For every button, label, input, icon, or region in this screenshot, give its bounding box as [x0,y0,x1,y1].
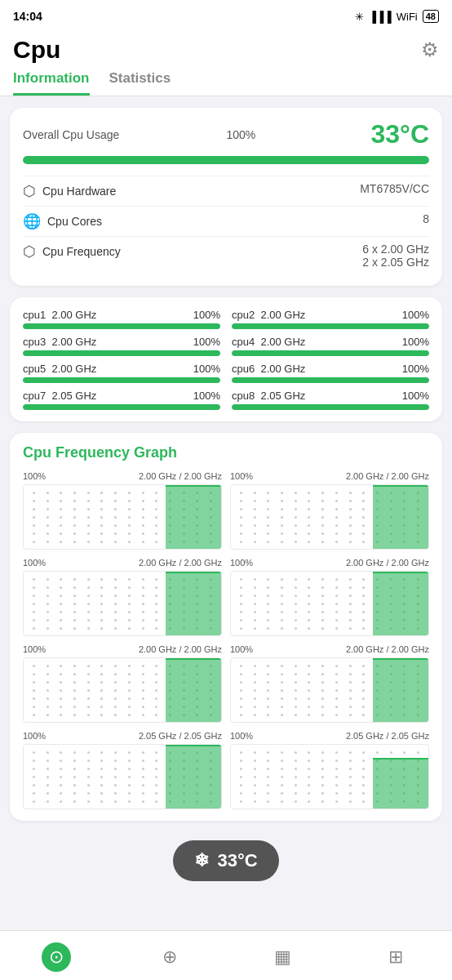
core-bar-bg [23,377,220,383]
chart-dot [308,627,310,630]
chart-dot [73,784,76,786]
chart-dot [267,532,269,535]
chart-dot [33,500,35,502]
chart-dot [155,681,157,684]
chart-dot [100,665,103,667]
chart-dot [254,532,256,535]
chart-dot [114,751,117,754]
chart-dot [240,681,242,684]
chart-dot [254,792,256,795]
chart-dot [114,611,117,613]
chart-dot [73,714,76,716]
nav-memory[interactable]: ⊕ [155,942,184,972]
chart-dot [335,611,338,613]
chart-dot [155,760,157,762]
chart-dot [87,516,90,519]
chart-dot [295,492,297,494]
chart-dot [128,595,131,597]
freq-chart-freq: 2.00 GHz / 2.00 GHz [346,644,429,654]
chart-dot [321,508,324,510]
chart-dot [142,714,144,716]
chart-dot [349,603,352,605]
chart-dot [114,800,117,803]
chart-dot [295,784,297,786]
chart-dot [267,627,269,630]
nav-storage[interactable]: ▦ [268,942,297,972]
chart-dot [87,681,90,684]
chart-dot [114,595,117,597]
chart-dot [60,760,62,762]
chart-dot [155,516,157,519]
chart-dot [254,500,256,502]
chart-dot [281,784,283,786]
chart-dot [254,627,256,630]
chart-dot [267,689,269,692]
tab-information[interactable]: Information [13,70,90,96]
chart-dot [33,784,35,786]
chart-dot [349,697,352,700]
chart-dot [295,681,297,684]
chart-dot [47,500,49,502]
chart-dot [142,706,144,708]
freq-chart-freq: 2.00 GHz / 2.00 GHz [139,471,222,481]
nav-memory-icon[interactable]: ⊕ [155,942,184,972]
chart-dot [100,768,103,770]
chart-dot [128,792,131,795]
battery-indicator: 48 [423,10,439,23]
cpu-freq-label: Cpu Frequency [42,245,121,258]
nav-cpu-icon[interactable]: ⊙ [42,942,71,972]
chart-dot [240,603,242,605]
chart-dot [100,586,103,589]
chart-dot [240,714,242,716]
chart-dot [321,714,324,716]
bluetooth-icon: ✳ [355,11,364,23]
chart-dot [142,673,144,675]
chart-dot [240,508,242,510]
chart-dot [390,751,392,754]
chart-dot [60,681,62,684]
freq-bar [166,658,221,722]
nav-storage-icon[interactable]: ▦ [268,942,297,972]
chart-dot [73,500,76,502]
chart-dot [321,603,324,605]
chart-dot [142,492,144,494]
tab-statistics[interactable]: Statistics [109,70,171,96]
core-item: cpu4 2.00 GHz 100% [232,336,429,356]
chart-dot [362,714,365,716]
chart-dot [335,541,338,543]
chart-dot [281,627,283,630]
chart-dot [47,524,49,527]
chart-dot [60,603,62,605]
chart-dot [155,532,157,535]
chart-dot [155,541,157,543]
chart-dot [254,706,256,708]
chart-dot [362,697,365,700]
chart-dot [33,586,35,589]
chart-dot [128,760,131,762]
nav-network-icon[interactable]: ⊞ [381,942,410,972]
overall-progress-fill [23,156,429,164]
chart-dot [155,500,157,502]
status-bar: 14:04 ✳ ▐▐▐ WiFi 48 [0,0,452,29]
chart-dot [321,627,324,630]
nav-network[interactable]: ⊞ [381,942,410,972]
chart-dot [267,768,269,770]
settings-button[interactable]: ⚙ [421,38,439,61]
core-item: cpu3 2.00 GHz 100% [23,336,220,356]
core-bar-fill [232,350,429,356]
chart-dot [47,627,49,630]
core-label-row: cpu8 2.05 GHz 100% [232,390,429,402]
chart-dot [281,611,283,613]
freq-chart-percent: 100% [23,731,46,741]
chart-dot [73,760,76,762]
chart-dot [60,776,62,778]
nav-cpu[interactable]: ⊙ [42,942,71,972]
chart-dot [321,619,324,621]
chart-dot [87,665,90,667]
chart-dot [362,784,365,786]
chart-dot [335,665,338,667]
chart-dot [254,619,256,621]
chart-dot [142,784,144,786]
chart-dot [33,665,35,667]
chart-dot [33,595,35,597]
